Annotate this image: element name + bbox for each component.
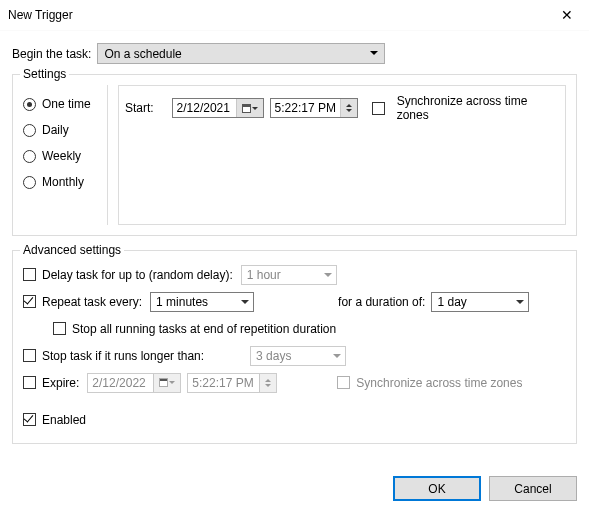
chevron-down-icon [320,266,336,284]
advanced-group: Advanced settings Delay task for up to (… [12,250,577,444]
stop-repetition-label: Stop all running tasks at end of repetit… [72,322,336,336]
chevron-down-icon [169,381,175,384]
expire-date-value: 2/12/2022 [92,376,145,390]
duration-dropdown[interactable]: 1 day [431,292,529,312]
chevron-down-icon [252,107,258,110]
ok-button[interactable]: OK [393,476,481,501]
chevron-down-icon [512,293,528,311]
begin-task-label: Begin the task: [12,47,91,61]
repeat-value: 1 minutes [156,295,208,309]
date-picker-button[interactable] [236,99,263,117]
chevron-down-icon [265,384,271,387]
start-time-input[interactable]: 5:22:17 PM [270,98,358,118]
divider [107,85,108,225]
expire-label: Expire: [42,376,79,390]
window-title: New Trigger [8,8,544,22]
start-label: Start: [125,101,154,115]
radio-icon [23,176,36,189]
radio-icon [23,98,36,111]
advanced-legend: Advanced settings [20,243,124,257]
chevron-up-icon [346,104,352,107]
begin-task-value: On a schedule [104,47,181,61]
settings-legend: Settings [20,67,69,81]
radio-daily[interactable]: Daily [23,117,107,143]
expire-checkbox[interactable] [23,376,36,389]
title-bar: New Trigger ✕ [0,0,589,31]
duration-value: 1 day [437,295,466,309]
delay-value: 1 hour [247,268,281,282]
cancel-label: Cancel [514,482,551,496]
time-spinner[interactable] [340,99,357,117]
begin-task-select[interactable]: On a schedule [97,43,385,64]
enabled-label: Enabled [42,413,86,427]
duration-label: for a duration of: [338,295,425,309]
radio-weekly[interactable]: Weekly [23,143,107,169]
stop-repetition-checkbox[interactable] [53,322,66,335]
sync-timezones-label: Synchronize across time zones [397,94,559,122]
ok-label: OK [428,482,445,496]
chevron-down-icon [329,347,345,365]
repeat-checkbox[interactable] [23,295,36,308]
repeat-label: Repeat task every: [42,295,142,309]
chevron-up-icon [265,379,271,382]
expire-date-input[interactable]: 2/12/2022 [87,373,181,393]
radio-label: One time [42,97,91,111]
start-time-value: 5:22:17 PM [275,101,336,115]
schedule-panel: Start: 2/12/2021 5:22:17 PM [118,85,566,225]
calendar-icon [159,378,168,387]
expire-time-input[interactable]: 5:22:17 PM [187,373,277,393]
enabled-checkbox[interactable] [23,413,36,426]
calendar-icon [242,104,251,113]
radio-label: Monthly [42,175,84,189]
sync-timezones-checkbox[interactable] [372,102,385,115]
expire-sync-checkbox [337,376,350,389]
stop-longer-checkbox[interactable] [23,349,36,362]
delay-dropdown[interactable]: 1 hour [241,265,337,285]
radio-one-time[interactable]: One time [23,91,107,117]
start-date-input[interactable]: 2/12/2021 [172,98,264,118]
radio-monthly[interactable]: Monthly [23,169,107,195]
radio-label: Weekly [42,149,81,163]
chevron-down-icon [370,50,378,58]
radio-label: Daily [42,123,69,137]
stop-longer-value: 3 days [256,349,291,363]
delay-label: Delay task for up to (random delay): [42,268,233,282]
delay-checkbox[interactable] [23,268,36,281]
repeat-interval-dropdown[interactable]: 1 minutes [150,292,254,312]
radio-icon [23,124,36,137]
start-date-value: 2/12/2021 [177,101,230,115]
expire-sync-label: Synchronize across time zones [356,376,522,390]
chevron-down-icon [346,109,352,112]
expire-time-value: 5:22:17 PM [192,376,253,390]
time-spinner[interactable] [259,374,276,392]
stop-longer-label: Stop task if it runs longer than: [42,349,204,363]
date-picker-button[interactable] [153,374,180,392]
settings-group: Settings One time Daily Weekly Monthly [12,74,577,236]
close-button[interactable]: ✕ [544,0,589,30]
stop-longer-dropdown[interactable]: 3 days [250,346,346,366]
chevron-down-icon [237,293,253,311]
cancel-button[interactable]: Cancel [489,476,577,501]
radio-icon [23,150,36,163]
